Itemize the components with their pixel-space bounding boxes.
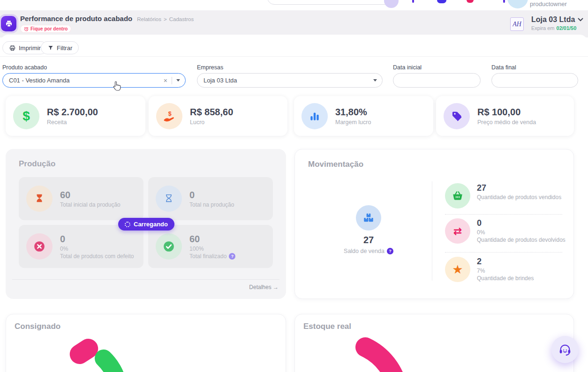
stat-brindes: ★ 2 7% Quantidade de brindes (445, 257, 534, 282)
basket-icon (445, 183, 470, 208)
tile-percent: 100% (189, 246, 235, 252)
topbar-icon[interactable] (503, 0, 505, 3)
notification-icon[interactable] (437, 0, 446, 3)
empresas-label: Empresas (197, 64, 223, 71)
carregando-pill: Carregando (118, 218, 174, 231)
fique-por-dentro-badge[interactable]: Fique por dentro (20, 25, 71, 33)
empresas-value: Loja 03 Ltda (197, 77, 369, 84)
stat-percent: 7% (477, 268, 534, 274)
kpi-card-receita: $ R$ 2.700,00 Receita (6, 96, 145, 136)
tile-label: Total finalizado (189, 253, 226, 260)
hand-dollar-icon: $ (156, 103, 182, 129)
consignado-panel: Consignado (6, 314, 286, 372)
support-chat-button[interactable] (551, 336, 579, 363)
saldo-value: 27 (300, 235, 437, 246)
tile-total-inicial: 60 Total inicial da produção (19, 177, 143, 220)
tags-icon (444, 103, 470, 129)
hourglass-icon (26, 186, 53, 212)
kpi-label: Margem lucro (335, 119, 371, 126)
filtrar-button[interactable]: Filtrar (41, 41, 79, 54)
data-final-label: Data final (491, 64, 516, 71)
clear-icon[interactable]: × (159, 77, 172, 84)
page-title: Performance de produto acabado (20, 15, 132, 22)
kpi-value: 31,80% (335, 107, 371, 118)
topbar-icon[interactable] (412, 0, 414, 3)
star-icon: ★ (445, 257, 470, 282)
avatar[interactable] (507, 0, 528, 8)
divider (445, 214, 562, 215)
store-name: Loja 03 Ltda (531, 15, 575, 24)
saldo-label-row: Saldo de venda ? (300, 248, 437, 254)
movimentacao-title: Movimentação (308, 160, 363, 169)
empresas-select[interactable]: Loja 03 Ltda (197, 73, 383, 88)
divider (432, 181, 432, 281)
kpi-value: R$ 100,00 (477, 107, 536, 118)
produto-acabado-label: Produto acabado (2, 64, 47, 71)
stat-produtos-devolvidos: ⇄ 0 0% Quantidade de produtos devolvidos (445, 218, 565, 244)
help-icon[interactable]: ? (387, 248, 393, 254)
producao-title: Produção (19, 159, 55, 169)
kpi-card-lucro: $ R$ 858,60 Lucro (149, 96, 287, 136)
expiration-row: Expira em 02/01/50 (531, 25, 576, 31)
expires-label: Expira em (531, 25, 555, 31)
spinner-icon (125, 222, 130, 227)
data-final-input[interactable] (491, 73, 578, 88)
title-row: Performance de produto acabado Relatório… (20, 15, 194, 22)
store-selector[interactable]: Loja 03 Ltda (531, 15, 583, 24)
stat-label: Quantidade de produtos vendidos (477, 194, 561, 201)
tile-label: Total na produção (189, 201, 234, 208)
consignado-donut-chart (6, 314, 286, 372)
filter-icon (47, 45, 54, 51)
kpi-value: R$ 858,60 (190, 107, 233, 118)
kpi-label: Receita (47, 119, 98, 126)
kpi-card-margem-lucro: 31,80% Margem lucro (294, 96, 433, 136)
divider (12, 279, 279, 280)
breadcrumb: Relatórios > Cadastros (137, 16, 194, 22)
stat-label: Quantidade de produtos devolvidos (477, 237, 565, 243)
kpi-label: Lucro (190, 119, 233, 126)
produto-acabado-select[interactable]: C01 - Vestido Amanda × (2, 73, 186, 88)
dropdown-caret-icon[interactable] (176, 79, 180, 82)
help-icon[interactable]: ? (229, 253, 235, 260)
tile-label: Total de produtos com defeito (60, 253, 134, 260)
filtrar-label: Filtrar (57, 45, 72, 52)
tile-total-finalizado: 60 100% Total finalizado ? (148, 225, 273, 268)
stat-value: 0 (477, 218, 565, 228)
divider (0, 56, 588, 57)
svg-text:$: $ (168, 110, 172, 117)
tile-label: Total inicial da produção (60, 201, 121, 208)
stat-value: 2 (477, 257, 534, 267)
dropdown-caret-icon[interactable] (373, 79, 377, 82)
kpi-label: Preço médio de venda (477, 119, 536, 126)
produto-acabado-value: C01 - Vestido Amanda (3, 77, 159, 84)
breadcrumb-relatorios[interactable]: Relatórios (137, 16, 161, 22)
breadcrumb-cadastros[interactable]: Cadastros (169, 16, 194, 22)
divider (445, 252, 562, 253)
estoque-real-panel: Estoque real (294, 314, 574, 372)
store-logo-monogram: AH (513, 21, 521, 28)
dollar-icon: $ (13, 103, 39, 129)
bar-chart-icon (302, 103, 328, 129)
kpi-value: R$ 2.700,00 (47, 107, 98, 118)
tile-value: 60 (60, 190, 121, 201)
report-printer-icon[interactable] (1, 16, 16, 31)
global-search-input[interactable] (267, 0, 399, 5)
search-icon[interactable] (384, 0, 399, 8)
store-logo[interactable]: AH (510, 17, 524, 31)
chevron-down-icon (578, 18, 583, 22)
breadcrumb-separator: > (164, 16, 167, 22)
stat-value: 27 (477, 183, 561, 193)
expires-date: 02/01/50 (557, 25, 577, 31)
username-label: productowner (530, 0, 567, 7)
printer-icon (5, 20, 13, 28)
stat-produtos-vendidos: 27 Quantidade de produtos vendidos (445, 183, 561, 208)
exchange-arrows-icon: ⇄ (445, 218, 470, 244)
x-circle-icon (26, 233, 53, 260)
alarm-clock-icon (24, 27, 29, 31)
tile-produtos-com-defeito: 0 0% Total de produtos com defeito (19, 225, 143, 268)
detalhes-link[interactable]: Detalhes → (249, 284, 279, 290)
alert-badge-icon[interactable] (467, 0, 474, 3)
imprimir-label: Imprimir (19, 45, 41, 52)
data-inicial-input[interactable] (393, 73, 481, 88)
saldo-label: Saldo de venda (344, 248, 384, 254)
